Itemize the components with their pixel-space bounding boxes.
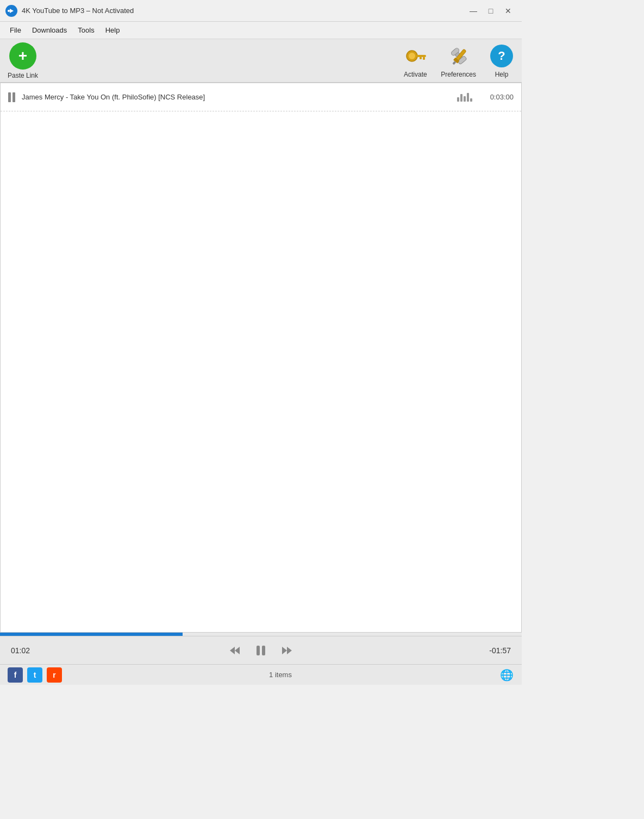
facebook-button[interactable]: f [8,667,23,683]
paste-link-icon: + [9,42,36,70]
table-row[interactable]: James Mercy - Take You On (ft. PhiloSofi… [1,83,521,111]
minimize-button[interactable]: — [465,4,482,17]
svg-marker-17 [282,647,287,654]
svg-point-1 [8,10,10,12]
menu-bar: File Downloads Tools Help [0,22,522,39]
activate-button[interactable]: Activate [403,43,428,78]
help-label: Help [495,71,509,78]
preferences-button[interactable]: Preferences [441,43,476,78]
menu-file[interactable]: File [4,24,27,36]
menu-tools[interactable]: Tools [72,24,99,36]
preferences-label: Preferences [441,71,476,78]
title-bar-left: 4K YouTube to MP3 – Not Activated [5,5,134,17]
globe-icon[interactable]: 🌐 [499,667,514,683]
progress-bar [0,633,183,636]
close-button[interactable]: ✕ [500,4,516,17]
player-controls: 01:02 -01:57 [0,636,522,664]
equalizer-icon [457,93,472,102]
menu-downloads[interactable]: Downloads [27,24,72,36]
download-list: James Mercy - Take You On (ft. PhiloSofi… [0,83,522,633]
paste-link-label: Paste Link [8,72,38,79]
title-controls: — □ ✕ [465,4,516,17]
pause-icon[interactable] [8,92,15,102]
svg-point-3 [409,53,415,59]
toolbar-right: Activate [403,43,514,78]
forward-button[interactable] [278,642,296,659]
key-icon [403,43,428,68]
svg-rect-6 [420,57,422,59]
activate-label: Activate [404,71,427,78]
reddit-button[interactable]: r [47,667,62,683]
player-time-elapsed: 01:02 [11,646,43,655]
svg-marker-18 [287,647,292,654]
svg-rect-15 [257,646,260,655]
pause-play-button[interactable] [252,642,270,659]
progress-area [0,633,522,636]
app-icon [5,5,17,17]
toolbar: + Paste Link Activate [0,39,522,83]
rewind-button[interactable] [226,642,243,659]
download-title: James Mercy - Take You On (ft. PhiloSofi… [22,93,457,101]
twitter-button[interactable]: t [27,667,42,683]
title-bar: 4K YouTube to MP3 – Not Activated — □ ✕ [0,0,522,22]
svg-marker-14 [235,647,240,654]
app-title: 4K YouTube to MP3 – Not Activated [22,7,134,15]
player-buttons [226,642,296,659]
paste-link-button[interactable]: + Paste Link [8,42,38,79]
player-time-remaining: -01:57 [478,646,511,655]
item-count: 1 items [269,671,292,679]
help-button[interactable]: ? Help [489,43,514,78]
svg-rect-4 [416,55,426,57]
menu-help[interactable]: Help [100,24,126,36]
maximize-button[interactable]: □ [483,4,499,17]
svg-rect-16 [262,646,265,655]
download-duration: 0:03:00 [481,93,514,101]
help-icon: ? [489,43,514,68]
svg-marker-13 [230,647,235,654]
wrench-icon [446,43,471,68]
svg-rect-5 [423,57,425,60]
status-bar: f t r 1 items 🌐 [0,664,522,685]
social-buttons: f t r [8,667,62,683]
